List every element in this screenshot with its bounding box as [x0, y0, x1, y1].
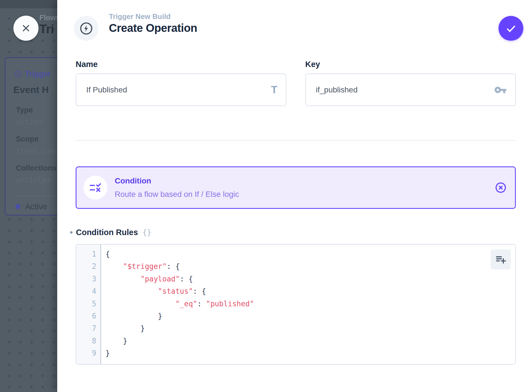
line-number: 7	[76, 322, 96, 334]
edited-indicator-dot	[70, 231, 73, 234]
code-line: "status": {	[106, 285, 515, 297]
trigger-chip: Trigger	[14, 70, 51, 78]
name-field-group: Name T	[76, 59, 286, 106]
title-icon: T	[271, 85, 277, 95]
status-dot	[15, 204, 20, 209]
raw-value-icon: {}	[142, 228, 152, 236]
line-number: 3	[76, 273, 96, 285]
code-line: }	[106, 347, 515, 359]
cancel-circle-icon	[494, 181, 507, 194]
trigger-chip-label: Trigger	[25, 70, 51, 78]
key-field-group: Key	[305, 59, 516, 106]
operation-form: Name T Key	[76, 59, 516, 106]
condition-rules-header: Condition Rules {}	[70, 227, 152, 237]
editor-template-button[interactable]	[491, 249, 511, 269]
line-number: 2	[76, 260, 96, 273]
create-operation-drawer: Trigger New Build Create Operation Name …	[57, 0, 532, 392]
drawer-title: Create Operation	[109, 22, 197, 34]
code-line: {	[106, 248, 515, 260]
line-number: 5	[76, 298, 96, 310]
save-button[interactable]	[499, 16, 523, 41]
condition-rules-editor: 123456789 { "$trigger": { "payload": { "…	[76, 244, 516, 365]
key-input[interactable]	[316, 85, 494, 94]
status-label: Active	[25, 202, 47, 211]
background-breadcrumb: Flows	[39, 13, 60, 22]
remove-condition-button[interactable]	[494, 181, 507, 194]
line-number: 6	[76, 310, 96, 322]
editor-code-area[interactable]: { "$trigger": { "payload": { "status": {…	[101, 245, 515, 364]
background-page-title: Tri	[39, 22, 54, 36]
operation-header-icon-circle	[74, 16, 99, 41]
name-field-label: Name	[76, 59, 286, 69]
close-drawer-button[interactable]	[13, 16, 39, 41]
line-number: 4	[76, 285, 96, 297]
name-input-box: T	[76, 73, 286, 106]
line-number: 9	[76, 347, 96, 359]
code-line: }	[106, 322, 515, 334]
name-input[interactable]	[86, 85, 271, 94]
line-number: 8	[76, 335, 96, 347]
key-icon	[494, 83, 507, 96]
key-field-label: Key	[305, 59, 516, 69]
code-line: "payload": {	[106, 273, 515, 285]
code-line: }	[106, 335, 515, 347]
editor-line-numbers: 123456789	[76, 245, 101, 364]
condition-texts: Condition Route a flow based on If / Els…	[115, 176, 239, 199]
screen: Flows Tri Trigger Event H TypeactionScop…	[0, 0, 532, 392]
code-line: "$trigger": {	[106, 260, 515, 273]
rule-icon	[89, 181, 102, 194]
check-icon	[505, 22, 517, 35]
playlist-add-icon	[495, 253, 507, 266]
bolt-circle-icon	[14, 70, 22, 78]
drawer-breadcrumb: Trigger New Build	[109, 12, 171, 21]
condition-subtitle: Route a flow based on If / Else logic	[115, 190, 239, 199]
key-input-box	[305, 73, 516, 106]
condition-operation-panel[interactable]: Condition Route a flow based on If / Els…	[76, 166, 516, 209]
condition-icon-circle	[83, 176, 107, 200]
bolt-circle-icon	[79, 21, 94, 36]
line-number: 1	[76, 248, 96, 260]
close-icon	[20, 22, 32, 34]
trigger-card-title: Event H	[13, 84, 49, 95]
section-divider	[76, 140, 516, 141]
code-line: "_eq": "published"	[106, 298, 515, 310]
code-line: }	[106, 310, 515, 322]
condition-title: Condition	[115, 176, 239, 185]
condition-rules-label: Condition Rules	[76, 228, 138, 237]
